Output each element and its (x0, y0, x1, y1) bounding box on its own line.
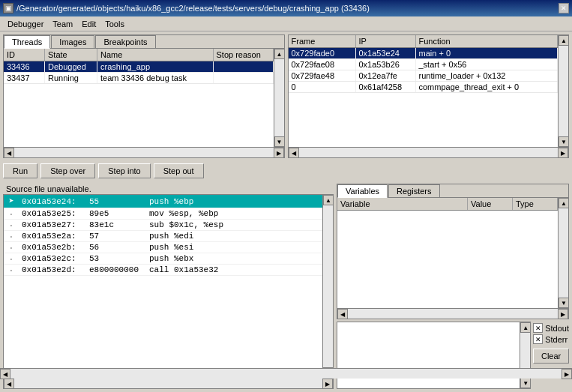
bottom-scroll-left[interactable]: ◀ (0, 369, 10, 379)
disasm-instr-3: push %edi (146, 232, 322, 241)
frames-scrollbar-v[interactable]: ▲ ▼ (558, 35, 568, 147)
threads-scrollbar-h[interactable]: ◀ ▶ (4, 147, 284, 157)
menu-team[interactable]: Team (48, 19, 77, 29)
tab-registers[interactable]: Registers (388, 184, 439, 197)
disasm-addr-6: 0x01a53e2d: (19, 265, 86, 274)
frame-func-0: main + 0 (416, 48, 559, 58)
var-scroll-up[interactable]: ▲ (559, 198, 568, 208)
thread-state-1: Running (45, 73, 97, 83)
frame-ip-3: 0x61af4258 (356, 82, 416, 92)
disasm-row-0[interactable]: ➤ 0x01a53e24: 55 push %ebp (4, 195, 322, 208)
close-button[interactable]: ✕ (559, 3, 569, 13)
thread-stop-1 (214, 73, 274, 83)
run-button[interactable]: Run (3, 163, 37, 178)
disasm-scroll-track-h (14, 379, 322, 388)
step-over-button[interactable]: Step over (40, 163, 95, 178)
disasm-scroll-right[interactable]: ▶ (322, 379, 333, 389)
disasm-scroll-up[interactable]: ▲ (323, 195, 333, 205)
disasm-dot-5: • (4, 256, 19, 262)
var-scroll-left[interactable]: ◀ (337, 309, 348, 319)
threads-panel: Threads Images Breakpoints ID State Name… (3, 34, 285, 158)
disasm-row-4[interactable]: • 0x01a53e2b: 56 push %esi (4, 242, 322, 253)
frames-scrollbar-h[interactable]: ◀ ▶ (289, 147, 569, 157)
scroll-right-btn[interactable]: ▶ (274, 148, 284, 158)
col-stop-reason: Stop reason (214, 49, 274, 61)
tab-variables[interactable]: Variables (337, 184, 388, 198)
disasm-scrollbar-v[interactable]: ▲ ▼ (322, 195, 333, 378)
var-scroll-track-h (348, 309, 558, 319)
frame-row-3[interactable]: 0 0x61af4258 commpage_thread_exit + 0 (289, 82, 559, 93)
disasm-scroll-left[interactable]: ◀ (4, 379, 14, 389)
disasm-instr-2: sub $0x1c, %esp (146, 220, 322, 229)
clear-button[interactable]: Clear (533, 349, 569, 364)
disasm-dot-3: • (4, 233, 19, 240)
frame-scroll-up[interactable]: ▲ (559, 35, 568, 46)
frame-addr-3: 0 (289, 82, 356, 92)
step-into-button[interactable]: Step into (98, 163, 150, 178)
disasm-addr-0: 0x01a53e24: (19, 197, 86, 206)
thread-row-0[interactable]: 33436 Debugged crashing_app (4, 61, 274, 73)
scroll-up-btn[interactable]: ▲ (274, 49, 284, 59)
disasm-instr-1: mov %esp, %ebp (146, 209, 322, 218)
frame-func-1: _start + 0x56 (416, 59, 559, 70)
disasm-row-5[interactable]: • 0x01a53e2c: 53 push %ebx (4, 253, 322, 265)
source-info: Source file unavailable. (3, 184, 334, 194)
title-text: /Generator/generated/objects/haiku/x86_g… (16, 4, 556, 13)
tab-threads[interactable]: Threads (4, 35, 50, 49)
output-scroll-up[interactable]: ▲ (520, 322, 531, 333)
stderr-checkbox[interactable]: ✕ (533, 334, 543, 344)
scroll-left-btn[interactable]: ◀ (4, 148, 14, 158)
output-text-area[interactable]: ▲ ▼ (337, 322, 531, 389)
tab-breakpoints[interactable]: Breakpoints (95, 35, 155, 48)
output-scroll-down[interactable]: ▼ (520, 378, 531, 388)
frame-scroll-track-h (299, 148, 559, 157)
frame-scroll-down[interactable]: ▼ (559, 136, 568, 147)
frame-func-3: commpage_thread_exit + 0 (416, 82, 559, 92)
frame-row-2[interactable]: 0x729fae48 0x12ea7fe runtime_loader + 0x… (289, 70, 559, 82)
frames-header: Frame IP Function (289, 35, 559, 48)
stdout-label: Stdout (545, 324, 569, 333)
scroll-down-btn[interactable]: ▼ (274, 136, 284, 147)
bottom-scroll-right[interactable]: ▶ (562, 369, 572, 379)
menu-debugger[interactable]: Debugger (3, 19, 48, 29)
frame-scroll-left[interactable]: ◀ (289, 148, 299, 158)
col-function: Function (416, 35, 559, 47)
variables-scrollbar-h[interactable]: ◀ ▶ (337, 308, 568, 319)
variables-scrollbar-v[interactable]: ▲ ▼ (558, 198, 568, 308)
threads-scrollbar-v[interactable]: ▲ ▼ (274, 49, 284, 147)
right-panels: Variables Registers Variable Value Type (337, 184, 569, 389)
frame-addr-1: 0x729fae08 (289, 59, 356, 70)
scroll-track-h (14, 148, 274, 157)
var-scroll-track (559, 208, 568, 298)
step-out-button[interactable]: Step out (154, 163, 204, 178)
disasm-dot-1: • (4, 211, 19, 217)
threads-tab-bar: Threads Images Breakpoints (4, 35, 284, 49)
frame-row-1[interactable]: 0x729fae08 0x1a53b26 _start + 0x56 (289, 59, 559, 70)
disasm-dot-4: • (4, 244, 19, 251)
col-id: ID (4, 49, 45, 61)
scroll-track (274, 59, 284, 136)
menu-edit[interactable]: Edit (77, 19, 100, 29)
var-scroll-down[interactable]: ▼ (559, 298, 568, 308)
frame-row-0[interactable]: 0x729fade0 0x1a53e24 main + 0 (289, 48, 559, 59)
var-scroll-right[interactable]: ▶ (558, 309, 568, 319)
menu-tools[interactable]: Tools (100, 19, 129, 29)
disasm-row-6[interactable]: • 0x01a53e2d: e800000000 call 0x1a53e32 (4, 265, 322, 276)
col-type: Type (513, 198, 558, 210)
disasm-row-3[interactable]: • 0x01a53e2a: 57 push %edi (4, 231, 322, 242)
frame-scroll-right[interactable]: ▶ (558, 148, 568, 158)
disasm-row-1[interactable]: • 0x01a53e25: 89e5 mov %esp, %ebp (4, 208, 322, 220)
tab-images[interactable]: Images (51, 35, 94, 48)
disasm-scrollbar-h[interactable]: ◀ ▶ (4, 378, 333, 388)
disasm-instr-4: push %esi (146, 243, 322, 252)
output-panel: ▲ ▼ ✕ Stdout ✕ Stderr Clear (337, 322, 569, 389)
thread-row-1[interactable]: 33437 Running team 33436 debug task (4, 73, 274, 84)
stdout-checkbox[interactable]: ✕ (533, 323, 543, 333)
bottom-row: Source file unavailable. ➤ 0x01a53e24: 5… (3, 184, 569, 389)
bottom-scrollbar-h[interactable]: ◀ ▶ (0, 368, 572, 379)
disasm-panel: Source file unavailable. ➤ 0x01a53e24: 5… (3, 184, 334, 389)
disasm-row-2[interactable]: • 0x01a53e27: 83e1c sub $0x1c, %esp (4, 220, 322, 231)
disasm-scroll-track (323, 205, 333, 367)
thread-name-1: team 33436 debug task (97, 73, 214, 83)
col-state: State (45, 49, 97, 61)
